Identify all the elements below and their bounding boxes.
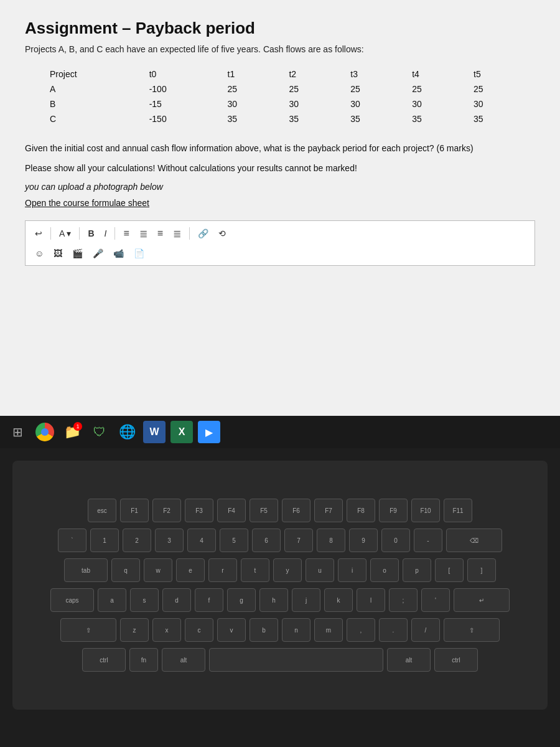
key-g[interactable]: g bbox=[227, 588, 256, 612]
taskbar-chrome-icon[interactable] bbox=[34, 421, 56, 443]
key-s[interactable]: s bbox=[130, 588, 159, 612]
key-f10[interactable]: F10 bbox=[411, 499, 440, 522]
key-z[interactable]: z bbox=[120, 618, 149, 642]
italic-button[interactable]: I bbox=[101, 227, 110, 240]
key-t[interactable]: t bbox=[241, 558, 269, 582]
key-l[interactable]: l bbox=[357, 588, 385, 612]
key-quote[interactable]: ' bbox=[421, 588, 450, 612]
key-m[interactable]: m bbox=[314, 618, 343, 642]
bold-button[interactable]: B bbox=[85, 227, 97, 240]
key-7[interactable]: 7 bbox=[284, 529, 313, 552]
key-f4[interactable]: F4 bbox=[217, 499, 246, 522]
key-comma[interactable]: , bbox=[347, 618, 375, 642]
key-5[interactable]: 5 bbox=[220, 529, 248, 552]
key-3[interactable]: 3 bbox=[155, 529, 184, 552]
key-j[interactable]: j bbox=[292, 588, 320, 612]
key-n[interactable]: n bbox=[282, 618, 310, 642]
key-f7[interactable]: F7 bbox=[314, 499, 343, 522]
key-r[interactable]: r bbox=[208, 558, 237, 582]
key-d[interactable]: d bbox=[162, 588, 191, 612]
key-fn1[interactable]: esc bbox=[88, 499, 116, 522]
undo-button[interactable]: ↩ bbox=[32, 227, 45, 240]
key-alt-r[interactable]: alt bbox=[387, 648, 431, 672]
upload-button[interactable]: 📄 bbox=[131, 247, 147, 260]
key-9[interactable]: 9 bbox=[349, 529, 378, 552]
key-w[interactable]: w bbox=[144, 558, 172, 582]
key-c[interactable]: c bbox=[185, 618, 213, 642]
key-semi[interactable]: ; bbox=[389, 588, 418, 612]
key-f1[interactable]: F1 bbox=[120, 499, 149, 522]
key-bracket-l[interactable]: [ bbox=[435, 558, 464, 582]
taskbar-word-icon[interactable]: W bbox=[143, 421, 166, 443]
key-8[interactable]: 8 bbox=[317, 529, 345, 552]
key-6[interactable]: 6 bbox=[252, 529, 281, 552]
key-o[interactable]: o bbox=[370, 558, 399, 582]
mic-button[interactable]: 🎤 bbox=[90, 247, 106, 260]
key-row-3: tab q w e r t y u i o p [ ] bbox=[64, 558, 496, 582]
link-button[interactable]: 🔗 bbox=[195, 227, 212, 240]
key-f3[interactable]: F3 bbox=[185, 499, 213, 522]
key-f6[interactable]: F6 bbox=[282, 499, 310, 522]
taskbar-edge-icon[interactable]: 🌐 bbox=[116, 421, 138, 443]
key-h[interactable]: h bbox=[259, 588, 288, 612]
key-b[interactable]: b bbox=[250, 618, 278, 642]
video-button[interactable]: 📹 bbox=[110, 247, 127, 260]
key-4[interactable]: 4 bbox=[187, 529, 216, 552]
key-backspace[interactable]: ⌫ bbox=[446, 529, 502, 552]
key-f9[interactable]: F9 bbox=[379, 499, 408, 522]
key-bracket-r[interactable]: ] bbox=[467, 558, 496, 582]
key-ctrl-r[interactable]: ctrl bbox=[434, 648, 478, 672]
key-enter[interactable]: ↵ bbox=[454, 588, 510, 612]
key-backtick[interactable]: ` bbox=[58, 529, 86, 552]
key-f5[interactable]: F5 bbox=[250, 499, 278, 522]
key-shift-r[interactable]: ⇧ bbox=[444, 618, 500, 642]
col-t2: t2 bbox=[289, 67, 350, 82]
key-period[interactable]: . bbox=[379, 618, 408, 642]
key-caps[interactable]: caps bbox=[50, 588, 94, 612]
key-ctrl-l[interactable]: ctrl bbox=[82, 648, 126, 672]
key-i[interactable]: i bbox=[338, 558, 366, 582]
key-f[interactable]: f bbox=[195, 588, 223, 612]
taskbar-settings-icon[interactable]: ⊞ bbox=[6, 421, 29, 443]
indent-right-button[interactable]: ≣ bbox=[170, 226, 184, 242]
format-clear-button[interactable]: ⟲ bbox=[215, 227, 229, 240]
key-p[interactable]: p bbox=[403, 558, 431, 582]
list-ordered-button[interactable]: ≡ bbox=[120, 226, 132, 241]
emoji-button[interactable]: ☺ bbox=[32, 247, 47, 260]
key-tab[interactable]: tab bbox=[64, 558, 108, 582]
key-q[interactable]: q bbox=[111, 558, 140, 582]
chrome-circle bbox=[35, 423, 54, 441]
taskbar-excel-icon[interactable]: X bbox=[170, 421, 193, 443]
key-2[interactable]: 2 bbox=[123, 529, 151, 552]
media-button[interactable]: 🎬 bbox=[69, 247, 86, 260]
font-button[interactable]: A ▾ bbox=[56, 227, 74, 240]
key-0[interactable]: 0 bbox=[381, 529, 410, 552]
key-f2[interactable]: F2 bbox=[152, 499, 181, 522]
image-button[interactable]: 🖼 bbox=[50, 247, 65, 260]
list-unordered-button[interactable]: ≣ bbox=[136, 226, 151, 242]
key-alt-l[interactable]: alt bbox=[162, 648, 205, 672]
key-fn[interactable]: fn bbox=[129, 648, 158, 672]
taskbar-shield-icon[interactable]: 🛡 bbox=[88, 421, 111, 443]
key-f8[interactable]: F8 bbox=[347, 499, 375, 522]
formulae-link[interactable]: Open the course formulae sheet bbox=[25, 198, 535, 208]
key-v[interactable]: v bbox=[217, 618, 246, 642]
key-a[interactable]: a bbox=[98, 588, 126, 612]
cell-c-t0: -150 bbox=[149, 111, 228, 126]
taskbar-folder-icon[interactable]: 📁 1 bbox=[61, 421, 83, 443]
key-y[interactable]: y bbox=[273, 558, 302, 582]
key-slash[interactable]: / bbox=[411, 618, 440, 642]
key-k[interactable]: k bbox=[324, 588, 353, 612]
key-e[interactable]: e bbox=[176, 558, 205, 582]
key-space[interactable] bbox=[209, 648, 383, 672]
indent-left-button[interactable]: ≡ bbox=[154, 226, 166, 241]
cell-c-t2: 35 bbox=[289, 111, 350, 126]
key-shift-l[interactable]: ⇧ bbox=[60, 618, 116, 642]
key-1[interactable]: 1 bbox=[90, 529, 119, 552]
key-minus[interactable]: - bbox=[414, 529, 442, 552]
key-u[interactable]: u bbox=[306, 558, 334, 582]
cash-flow-table: Project t0 t1 t2 t3 t4 t5 A -100 25 25 2… bbox=[50, 67, 535, 126]
key-f11[interactable]: F11 bbox=[444, 499, 472, 522]
taskbar-zoom-icon[interactable]: ▶ bbox=[198, 421, 220, 443]
key-x[interactable]: x bbox=[152, 618, 181, 642]
